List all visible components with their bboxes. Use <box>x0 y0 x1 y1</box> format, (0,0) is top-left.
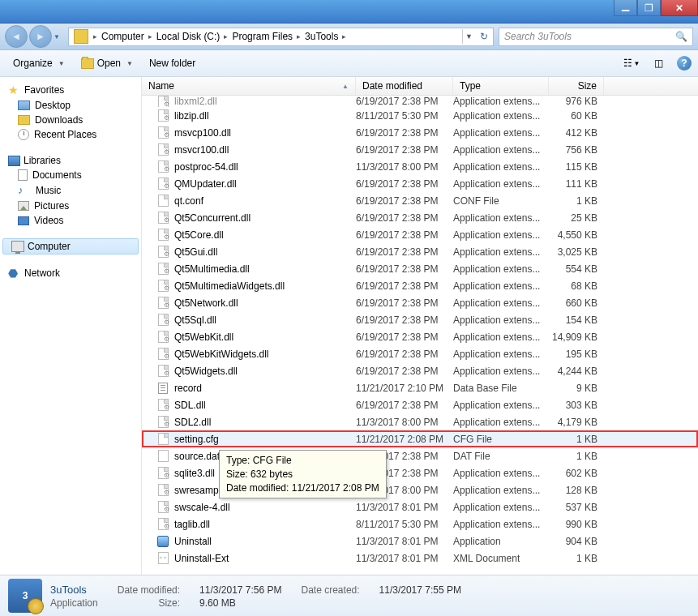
window-minimize-button[interactable] <box>614 0 637 16</box>
file-name: msvcr100.dll <box>174 144 229 156</box>
column-header-name[interactable]: Name▲ <box>142 77 356 95</box>
sidebar-item-label: Documents <box>32 169 82 181</box>
file-row[interactable]: record11/21/2017 2:10 PMData Base File9 … <box>142 379 698 396</box>
file-row[interactable]: taglib.dll8/11/2017 5:30 PMApplication e… <box>142 515 698 533</box>
sidebar-libraries[interactable]: Libraries <box>0 153 141 168</box>
file-size: 4,244 KB <box>549 366 604 377</box>
dropdown-icon: ▼ <box>126 60 133 67</box>
file-row[interactable]: Qt5Concurrent.dll6/19/2017 2:38 PMApplic… <box>142 209 698 226</box>
sidebar-item-desktop[interactable]: Desktop <box>0 98 141 113</box>
file-row[interactable]: libzip.dll8/11/2017 5:30 PMApplication e… <box>142 107 698 124</box>
file-row[interactable]: postproc-54.dll11/3/2017 8:00 PMApplicat… <box>142 158 698 175</box>
breadcrumb-dropdown[interactable]: ▼ <box>462 29 475 44</box>
refresh-button[interactable]: ↻ <box>475 31 493 42</box>
file-name: Qt5Sql.dll <box>174 314 216 326</box>
file-rows-container[interactable]: libxml2.dll6/19/2017 2:38 PMApplication … <box>142 96 698 575</box>
file-row[interactable]: Qt5Gui.dll6/19/2017 2:38 PMApplication e… <box>142 243 698 260</box>
nav-forward-button[interactable]: ► <box>29 25 52 48</box>
file-row[interactable]: Qt5Core.dll6/19/2017 2:38 PMApplication … <box>142 226 698 243</box>
breadcrumb-segment[interactable]: Local Disk (C:) <box>154 31 223 42</box>
file-size: 4,179 KB <box>549 417 604 428</box>
breadcrumb[interactable]: ▸ Computer ▸ Local Disk (C:) ▸ Program F… <box>68 28 494 46</box>
file-name: Uninstall <box>174 536 212 547</box>
sidebar-network[interactable]: ⬣Network <box>0 265 141 281</box>
network-icon: ⬣ <box>8 267 21 280</box>
sidebar-item-pictures[interactable]: Pictures <box>0 199 141 213</box>
navigation-bar: ◄ ► ▼ ▸ Computer ▸ Local Disk (C:) ▸ Pro… <box>0 24 698 50</box>
column-header-date[interactable]: Date modified <box>356 77 453 95</box>
open-button[interactable]: Open▼ <box>75 54 139 72</box>
nav-back-button[interactable]: ◄ <box>5 25 28 48</box>
new-folder-button[interactable]: New folder <box>143 54 202 72</box>
file-date: 8/11/2017 5:30 PM <box>356 519 453 530</box>
title-bar: ❐ ✕ <box>0 0 698 24</box>
search-placeholder: Search 3uTools <box>504 31 572 42</box>
file-date: 11/21/2017 2:08 PM <box>356 434 453 445</box>
file-icon <box>156 160 169 173</box>
file-name: Qt5Network.dll <box>174 297 238 309</box>
file-icon <box>156 484 169 497</box>
file-row[interactable]: Uninstall-Ext11/3/2017 8:01 PMXML Docume… <box>142 550 698 567</box>
file-type: Application extens... <box>453 314 549 326</box>
file-type: DAT File <box>453 451 549 462</box>
file-row[interactable]: swscale-4.dll11/3/2017 8:01 PMApplicatio… <box>142 498 698 515</box>
column-header-type[interactable]: Type <box>453 77 549 95</box>
file-row[interactable]: Qt5MultimediaWidgets.dll6/19/2017 2:38 P… <box>142 277 698 294</box>
view-options-button[interactable]: ☷ ▼ <box>617 58 646 69</box>
file-type: Application extens... <box>453 212 549 224</box>
file-size: 537 KB <box>549 502 604 513</box>
breadcrumb-segment[interactable]: Computer <box>99 31 147 42</box>
file-type: Application <box>453 536 549 547</box>
organize-button[interactable]: Organize▼ <box>6 54 71 72</box>
file-row[interactable]: libxml2.dll6/19/2017 2:38 PMApplication … <box>142 96 698 107</box>
file-row-highlighted[interactable]: setting.cfg11/21/2017 2:08 PMCFG File1 K… <box>142 430 698 447</box>
clock-icon <box>18 129 29 140</box>
file-row[interactable]: QMUpdater.dll6/19/2017 2:38 PMApplicatio… <box>142 175 698 192</box>
file-type: Application extens... <box>453 400 549 411</box>
file-row[interactable]: Qt5Widgets.dll6/19/2017 2:38 PMApplicati… <box>142 362 698 379</box>
file-tooltip: Type: CFG File Size: 632 bytes Date modi… <box>219 450 387 498</box>
file-row[interactable]: Uninstall11/3/2017 8:01 PMApplication904… <box>142 533 698 550</box>
sidebar-item-downloads[interactable]: Downloads <box>0 113 141 127</box>
file-row[interactable]: Qt5Network.dll6/19/2017 2:38 PMApplicati… <box>142 294 698 311</box>
file-size: 60 KB <box>549 110 604 122</box>
preview-pane-button[interactable]: ◫ <box>649 58 667 69</box>
file-row[interactable]: SDL2.dll11/3/2017 8:00 PMApplication ext… <box>142 413 698 430</box>
file-size: 660 KB <box>549 297 604 309</box>
computer-icon <box>11 241 24 252</box>
nav-history-dropdown[interactable]: ▼ <box>54 33 63 41</box>
file-row[interactable]: qt.conf6/19/2017 2:38 PMCONF File1 KB <box>142 192 698 209</box>
help-button[interactable]: ? <box>677 56 692 71</box>
breadcrumb-segment[interactable]: 3uTools <box>302 31 340 42</box>
libraries-icon <box>8 156 20 166</box>
sidebar-item-music[interactable]: ♪Music <box>0 182 141 199</box>
file-date: 6/19/2017 2:38 PM <box>356 400 453 411</box>
file-row[interactable]: msvcp100.dll6/19/2017 2:38 PMApplication… <box>142 124 698 141</box>
search-icon[interactable]: 🔍 <box>675 31 687 42</box>
file-row[interactable]: SDL.dll6/19/2017 2:38 PMApplication exte… <box>142 396 698 413</box>
chevron-right-icon[interactable]: ▸ <box>147 32 154 41</box>
file-row[interactable]: Qt5WebKitWidgets.dll6/19/2017 2:38 PMApp… <box>142 345 698 362</box>
breadcrumb-segment[interactable]: Program Files <box>229 31 295 42</box>
window-maximize-button[interactable]: ❐ <box>637 0 661 16</box>
sidebar-item-videos[interactable]: Videos <box>0 213 141 228</box>
chevron-right-icon[interactable]: ▸ <box>222 32 229 41</box>
chevron-right-icon[interactable]: ▸ <box>340 32 348 41</box>
file-row[interactable]: Qt5Multimedia.dll6/19/2017 2:38 PMApplic… <box>142 260 698 277</box>
sidebar-computer[interactable]: Computer <box>2 238 139 255</box>
sidebar-item-documents[interactable]: Documents <box>0 168 141 182</box>
chevron-right-icon[interactable]: ▸ <box>295 32 302 41</box>
sidebar-favorites[interactable]: ★Favorites <box>0 82 141 98</box>
chevron-right-icon[interactable]: ▸ <box>92 32 99 41</box>
window-close-button[interactable]: ✕ <box>661 0 698 16</box>
file-row[interactable]: msvcr100.dll6/19/2017 2:38 PMApplication… <box>142 141 698 158</box>
sidebar-item-recent[interactable]: Recent Places <box>0 127 141 142</box>
sidebar-item-label: Recent Places <box>34 129 96 140</box>
file-row[interactable]: Qt5Sql.dll6/19/2017 2:38 PMApplication e… <box>142 311 698 328</box>
file-row[interactable]: Qt5WebKit.dll6/19/2017 2:38 PMApplicatio… <box>142 328 698 345</box>
file-type: Application extens... <box>453 161 549 173</box>
column-headers: Name▲ Date modified Type Size <box>142 77 698 96</box>
column-header-size[interactable]: Size <box>549 77 604 95</box>
search-input[interactable]: Search 3uTools 🔍 <box>499 28 693 46</box>
file-size: 9 KB <box>549 383 604 394</box>
